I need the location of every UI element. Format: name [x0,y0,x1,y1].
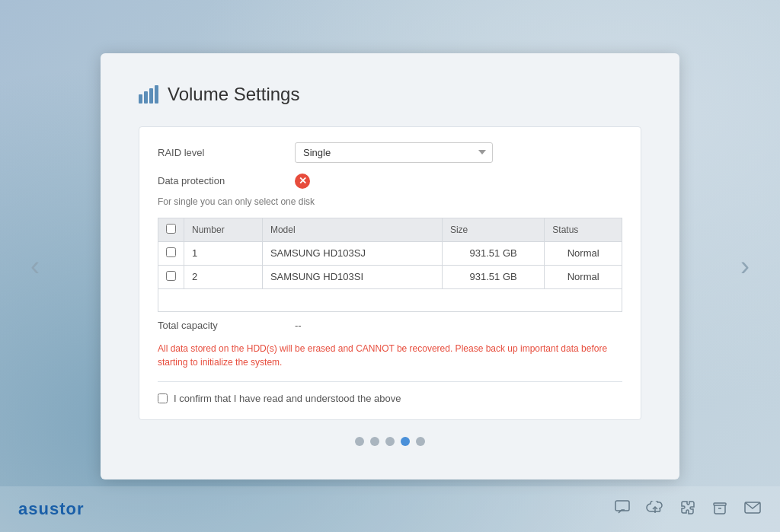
warning-text: All data stored on the HDD(s) will be er… [158,342,622,369]
col-checkbox [158,218,184,241]
total-capacity-row: Total capacity -- [158,320,622,331]
prev-button[interactable]: ‹ [23,245,47,288]
page-title: Volume Settings [168,84,299,105]
pagination-dot-5[interactable] [416,437,425,446]
row-size: 931.51 GB [442,241,544,265]
footer-icons [614,499,762,520]
next-arrow-icon: › [740,250,750,282]
disk-table: Number Model Size Status 1 SAMSUNG HD103… [158,218,622,312]
row-status: Normal [545,265,622,288]
pagination-dot-1[interactable] [355,437,364,446]
raid-level-select[interactable]: Single RAID 0 RAID 1 RAID 5 RAID 6 RAID … [295,142,493,163]
pagination-dot-2[interactable] [370,437,379,446]
total-capacity-value: -- [295,320,302,331]
cloud-icon[interactable] [646,501,664,518]
archive-icon[interactable] [711,499,728,520]
data-protection-label: Data protection [158,175,295,186]
title-row: Volume Settings [139,84,641,105]
row-number: 1 [184,241,263,265]
row-checkbox[interactable] [166,247,176,257]
col-number: Number [184,218,263,241]
prev-arrow-icon: ‹ [30,250,40,282]
data-protection-row: Data protection ✕ [158,174,622,189]
svg-rect-0 [615,501,629,511]
col-size: Size [442,218,544,241]
table-header-row: Number Model Size Status [158,218,622,241]
pagination-dot-4[interactable] [401,437,410,446]
svg-rect-2 [714,503,726,505]
row-status: Normal [545,241,622,265]
total-capacity-label: Total capacity [158,320,295,331]
row-checkbox[interactable] [166,271,176,281]
col-status: Status [545,218,622,241]
select-all-checkbox[interactable] [166,224,176,234]
pagination-dots [139,437,641,446]
data-protection-error-icon: ✕ [295,174,310,189]
volume-settings-icon [139,85,158,104]
confirm-row: I confirm that I have read and understoo… [158,393,622,404]
puzzle-icon[interactable] [679,499,696,520]
next-button[interactable]: › [733,245,757,288]
row-model: SAMSUNG HD103SI [262,265,442,288]
footer: asustor [0,486,780,532]
chat-icon[interactable] [614,499,631,520]
raid-level-row: RAID level Single RAID 0 RAID 1 RAID 5 R… [158,142,622,163]
table-row: 1 SAMSUNG HD103SJ 931.51 GB Normal [158,241,622,265]
hint-text: For single you can only select one disk [158,196,622,207]
divider [158,381,622,382]
asustor-logo: asustor [18,499,84,519]
main-card: Volume Settings RAID level Single RAID 0… [101,53,679,479]
table-row: 2 SAMSUNG HD103SI 931.51 GB Normal [158,265,622,288]
pagination-dot-3[interactable] [385,437,395,446]
table-empty-row [158,288,622,311]
mail-icon[interactable] [743,501,762,518]
col-model: Model [262,218,442,241]
row-number: 2 [184,265,263,288]
raid-level-label: RAID level [158,147,295,158]
confirm-checkbox[interactable] [158,393,168,403]
confirm-label: I confirm that I have read and understoo… [174,393,401,404]
row-size: 931.51 GB [442,265,544,288]
form-section: RAID level Single RAID 0 RAID 1 RAID 5 R… [139,126,641,420]
row-model: SAMSUNG HD103SJ [262,241,442,265]
